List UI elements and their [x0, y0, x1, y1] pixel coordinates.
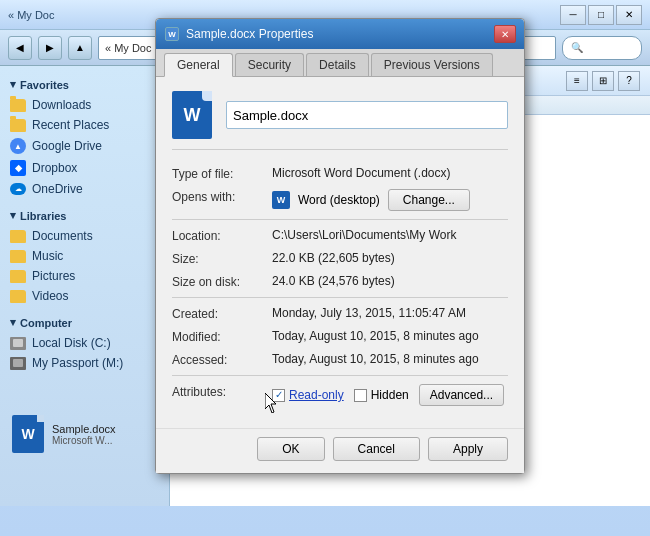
forward-button[interactable]: ▶ — [38, 36, 62, 60]
favorites-header: ▾ Favorites — [0, 74, 169, 95]
recent-places-label: Recent Places — [32, 118, 109, 132]
computer-section: Local Disk (C:) My Passport (M:) — [0, 333, 169, 373]
explorer-maximize[interactable]: □ — [588, 5, 614, 25]
word-file-icon: W — [172, 91, 212, 139]
size-label: Size: — [172, 251, 272, 266]
disk-icon — [10, 337, 26, 350]
sidebar-item-recent-places[interactable]: Recent Places — [0, 115, 169, 135]
change-button[interactable]: Change... — [388, 189, 470, 211]
view-icons-button[interactable]: ⊞ — [592, 71, 614, 91]
explorer-title: « My Doc — [8, 9, 54, 21]
explorer-win-controls: ─ □ ✕ — [560, 5, 642, 25]
file-entry-area: W Sample.docx Microsoft W... — [0, 403, 169, 465]
opens-with-row: Opens with: W Word (desktop) Change... — [172, 189, 508, 211]
videos-label: Videos — [32, 289, 68, 303]
folder-icon — [10, 99, 26, 112]
libraries-chevron: ▾ — [10, 209, 16, 222]
word-opens-icon: W — [272, 191, 290, 209]
my-passport-label: My Passport (M:) — [32, 356, 123, 370]
search-icon: 🔍 — [571, 42, 583, 53]
sidebar-item-local-disk[interactable]: Local Disk (C:) — [0, 333, 169, 353]
hidden-checkbox-item: Hidden — [354, 388, 409, 402]
advanced-button[interactable]: Advanced... — [419, 384, 504, 406]
file-header: W — [172, 91, 508, 150]
tab-details[interactable]: Details — [306, 53, 369, 76]
opens-with-app: Word (desktop) — [298, 193, 380, 207]
accessed-value: Today, August 10, 2015, 8 minutes ago — [272, 352, 508, 366]
readonly-checkbox[interactable] — [272, 389, 285, 402]
folder-icon — [10, 290, 26, 303]
separator-3 — [172, 375, 508, 376]
dialog-titlebar: W Sample.docx Properties ✕ — [156, 19, 524, 49]
sidebar-item-onedrive[interactable]: ☁ OneDrive — [0, 179, 169, 199]
location-value: C:\Users\Lori\Documents\My Work — [272, 228, 508, 242]
sidebar-item-videos[interactable]: Videos — [0, 286, 169, 306]
sidebar-item-dropbox[interactable]: ◆ Dropbox — [0, 157, 169, 179]
folder-icon — [10, 250, 26, 263]
properties-table: Type of file: Microsoft Word Document (.… — [172, 166, 508, 406]
libraries-section: Documents Music Pictures Videos — [0, 226, 169, 306]
accessed-row: Accessed: Today, August 10, 2015, 8 minu… — [172, 352, 508, 367]
favorites-label: Favorites — [20, 79, 69, 91]
sidebar-item-pictures[interactable]: Pictures — [0, 266, 169, 286]
onedrive-icon: ☁ — [10, 183, 26, 195]
sidebar-item-music[interactable]: Music — [0, 246, 169, 266]
music-label: Music — [32, 249, 63, 263]
size-on-disk-label: Size on disk: — [172, 274, 272, 289]
sidebar-item-google-drive[interactable]: ▲ Google Drive — [0, 135, 169, 157]
readonly-label: Read-only — [289, 388, 344, 402]
favorites-icon: ▾ — [10, 78, 16, 91]
modified-row: Modified: Today, August 10, 2015, 8 minu… — [172, 329, 508, 344]
file-type-label: Microsoft W... — [52, 435, 116, 446]
separator-1 — [172, 219, 508, 220]
dialog-title-text: Sample.docx Properties — [186, 27, 313, 41]
location-row: Location: C:\Users\Lori\Documents\My Wor… — [172, 228, 508, 243]
file-info: Sample.docx Microsoft W... — [52, 423, 116, 446]
disk-icon — [10, 357, 26, 370]
opens-with-value: W Word (desktop) Change... — [272, 189, 470, 211]
folder-icon — [10, 119, 26, 132]
folder-icon — [10, 270, 26, 283]
dialog-content: W Type of file: Microsoft Word Document … — [156, 77, 524, 428]
view-controls: ≡ ⊞ ? — [566, 71, 640, 91]
local-disk-label: Local Disk (C:) — [32, 336, 111, 350]
modified-value: Today, August 10, 2015, 8 minutes ago — [272, 329, 508, 343]
dialog-close-button[interactable]: ✕ — [494, 25, 516, 43]
google-drive-icon: ▲ — [10, 138, 26, 154]
attributes-row: Attributes: Read-only Hidden Advanced... — [172, 384, 508, 406]
dialog-title-icon: W — [164, 26, 180, 42]
dialog-footer: OK Cancel Apply — [156, 428, 524, 473]
sidebar-item-downloads[interactable]: Downloads — [0, 95, 169, 115]
apply-button[interactable]: Apply — [428, 437, 508, 461]
sidebar-item-documents[interactable]: Documents — [0, 226, 169, 246]
tab-previous-versions[interactable]: Previous Versions — [371, 53, 493, 76]
up-button[interactable]: ▲ — [68, 36, 92, 60]
favorites-section: Downloads Recent Places ▲ Google Drive ◆… — [0, 95, 169, 199]
back-button[interactable]: ◀ — [8, 36, 32, 60]
explorer-close[interactable]: ✕ — [616, 5, 642, 25]
view-list-button[interactable]: ≡ — [566, 71, 588, 91]
sidebar-item-my-passport[interactable]: My Passport (M:) — [0, 353, 169, 373]
documents-label: Documents — [32, 229, 93, 243]
search-bar[interactable]: 🔍 — [562, 36, 642, 60]
help-button[interactable]: ? — [618, 71, 640, 91]
explorer-minimize[interactable]: ─ — [560, 5, 586, 25]
computer-header: ▾ Computer — [0, 312, 169, 333]
libraries-label: Libraries — [20, 210, 66, 222]
dropbox-label: Dropbox — [32, 161, 77, 175]
tab-bar: General Security Details Previous Versio… — [156, 49, 524, 77]
hidden-checkbox[interactable] — [354, 389, 367, 402]
tab-general[interactable]: General — [164, 53, 233, 77]
tab-security[interactable]: Security — [235, 53, 304, 76]
downloads-label: Downloads — [32, 98, 91, 112]
filename-input[interactable] — [226, 101, 508, 129]
file-entry[interactable]: W Sample.docx Microsoft W... — [8, 411, 161, 457]
ok-button[interactable]: OK — [257, 437, 324, 461]
cancel-button[interactable]: Cancel — [333, 437, 420, 461]
dialog-win-controls: ✕ — [494, 25, 516, 43]
size-on-disk-value: 24.0 KB (24,576 bytes) — [272, 274, 508, 288]
location-label: Location: — [172, 228, 272, 243]
properties-dialog: W Sample.docx Properties ✕ General Secur… — [155, 18, 525, 474]
opens-with-label: Opens with: — [172, 189, 272, 204]
file-word-icon: W — [12, 415, 44, 453]
